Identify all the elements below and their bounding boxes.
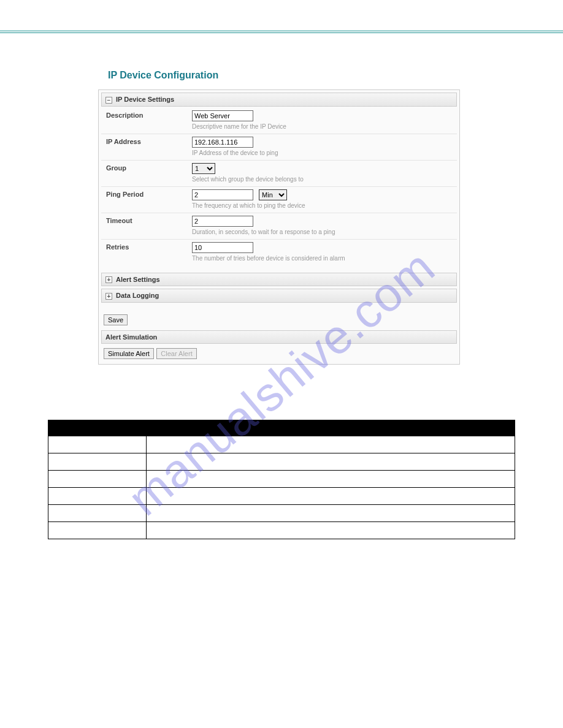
hint-ip-address: IP Address of the device to ping: [192, 150, 452, 156]
row-retries: Retries The number of tries before devic…: [101, 240, 457, 265]
section-header-ip-device-settings[interactable]: −IP Device Settings: [101, 93, 457, 107]
clear-alert-button[interactable]: Clear Alert: [156, 348, 196, 359]
select-group[interactable]: 1: [192, 163, 215, 174]
label-description: Description: [106, 110, 192, 130]
table-row: [48, 453, 515, 470]
hint-timeout: Duration, in seconds, to wait for a resp…: [192, 229, 452, 235]
label-retries: Retries: [106, 242, 192, 262]
config-panel: −IP Device Settings Description Descript…: [98, 89, 460, 365]
table-header-cell: [48, 420, 515, 436]
input-description[interactable]: [192, 110, 253, 121]
hint-group: Select which group the device belongs to: [192, 176, 452, 183]
page-title: IP Device Configuration: [108, 70, 526, 81]
section-header-alert-simulation: Alert Simulation: [101, 330, 457, 344]
row-ip-address: IP Address IP Address of the device to p…: [101, 134, 457, 161]
input-ip-address[interactable]: [192, 137, 253, 148]
input-retries[interactable]: [192, 242, 253, 253]
expand-icon: +: [105, 276, 112, 283]
section-header-data-logging[interactable]: +Data Logging: [101, 289, 457, 303]
table-row: [48, 487, 515, 504]
collapse-icon: −: [105, 97, 112, 104]
table-row: [48, 470, 515, 487]
row-ping-period: Ping Period Min The frequency at which t…: [101, 187, 457, 213]
label-ip-address: IP Address: [106, 137, 192, 156]
section-header-label: Alert Simulation: [105, 333, 157, 341]
hint-description: Descriptive name for the IP Device: [192, 123, 452, 130]
info-table-wrap: [48, 420, 515, 539]
label-group: Group: [106, 163, 192, 183]
table-row: [48, 521, 515, 539]
info-table: [48, 420, 515, 539]
hint-retries: The number of tries before device is con…: [192, 255, 452, 262]
expand-icon: +: [105, 293, 112, 300]
table-row: [48, 436, 515, 453]
row-description: Description Descriptive name for the IP …: [101, 108, 457, 134]
table-header-row: [48, 420, 515, 436]
label-timeout: Timeout: [106, 216, 192, 235]
save-button[interactable]: Save: [104, 314, 128, 325]
section-header-label: Data Logging: [116, 292, 159, 299]
section-header-label: Alert Settings: [116, 276, 160, 283]
row-timeout: Timeout Duration, in seconds, to wait fo…: [101, 213, 457, 240]
simulate-alert-button[interactable]: Simulate Alert: [104, 348, 154, 359]
section-header-alert-settings[interactable]: +Alert Settings: [101, 273, 457, 287]
select-ping-period-unit[interactable]: Min: [259, 189, 287, 200]
row-group: Group 1 Select which group the device be…: [101, 161, 457, 187]
label-ping-period: Ping Period: [106, 189, 192, 209]
table-row: [48, 504, 515, 521]
hint-ping-period: The frequency at which to ping the devic…: [192, 202, 452, 209]
section-header-label: IP Device Settings: [116, 96, 174, 103]
input-ping-period[interactable]: [192, 189, 253, 200]
input-timeout[interactable]: [192, 216, 253, 227]
